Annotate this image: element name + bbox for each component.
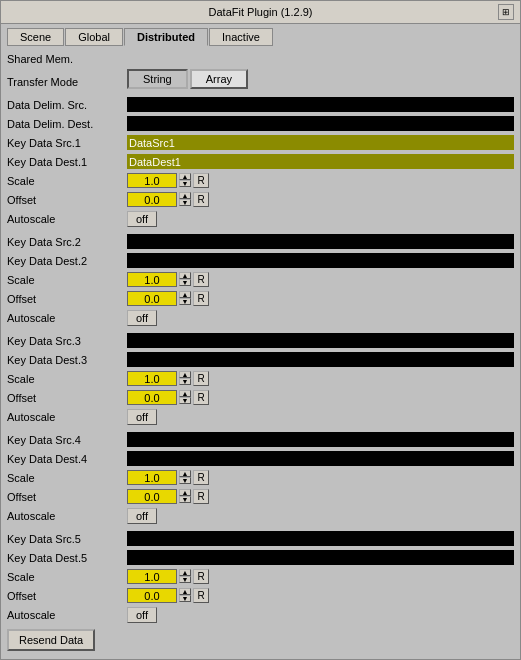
offset3-reset[interactable]: R (193, 390, 209, 405)
offset5-row: Offset ▲ ▼ R (7, 587, 514, 604)
scale4-input[interactable] (127, 470, 177, 485)
offset4-input[interactable] (127, 489, 177, 504)
offset2-up[interactable]: ▲ (179, 291, 191, 298)
transfer-mode-label: Transfer Mode (7, 76, 127, 88)
offset3-down[interactable]: ▼ (179, 397, 191, 404)
offset1-label: Offset (7, 194, 127, 206)
key-data-dest4-label: Key Data Dest.4 (7, 453, 127, 465)
autoscale3-button[interactable]: off (127, 409, 157, 425)
data-delim-dest-row: Data Delim. Dest. (7, 115, 514, 132)
key-data-dest1-input[interactable] (127, 154, 514, 169)
key-data-src5-row: Key Data Src.5 (7, 530, 514, 547)
scale2-down[interactable]: ▼ (179, 279, 191, 286)
scale3-label: Scale (7, 373, 127, 385)
scale2-reset[interactable]: R (193, 272, 209, 287)
offset2-down[interactable]: ▼ (179, 298, 191, 305)
key-data-dest3-row: Key Data Dest.3 (7, 351, 514, 368)
sub-tabs: String Array (127, 69, 248, 89)
scale5-spinner: ▲ ▼ (179, 569, 191, 584)
key-data-dest2-label: Key Data Dest.2 (7, 255, 127, 267)
offset1-up[interactable]: ▲ (179, 192, 191, 199)
data-delim-dest-input[interactable] (127, 116, 514, 131)
autoscale1-button[interactable]: off (127, 211, 157, 227)
shared-mem-row: Shared Mem. (7, 50, 514, 67)
offset4-row: Offset ▲ ▼ R (7, 488, 514, 505)
scale5-up[interactable]: ▲ (179, 569, 191, 576)
tab-inactive[interactable]: Inactive (209, 28, 273, 46)
autoscale5-row: Autoscale off (7, 606, 514, 623)
key-data-dest2-input[interactable] (127, 253, 514, 268)
offset3-row: Offset ▲ ▼ R (7, 389, 514, 406)
resend-row: Resend Data (7, 625, 514, 651)
scale5-input[interactable] (127, 569, 177, 584)
autoscale2-button[interactable]: off (127, 310, 157, 326)
offset5-reset[interactable]: R (193, 588, 209, 603)
offset2-reset[interactable]: R (193, 291, 209, 306)
scale4-label: Scale (7, 472, 127, 484)
key-data-dest3-input[interactable] (127, 352, 514, 367)
offset5-input[interactable] (127, 588, 177, 603)
scale4-reset[interactable]: R (193, 470, 209, 485)
key-data-src4-input[interactable] (127, 432, 514, 447)
key-data-src3-label: Key Data Src.3 (7, 335, 127, 347)
scale1-reset[interactable]: R (193, 173, 209, 188)
menu-icon[interactable]: ⊞ (498, 4, 514, 20)
key-data-src5-input[interactable] (127, 531, 514, 546)
tab-distributed[interactable]: Distributed (124, 28, 208, 46)
scale2-row: Scale ▲ ▼ R (7, 271, 514, 288)
scale4-down[interactable]: ▼ (179, 477, 191, 484)
autoscale5-button[interactable]: off (127, 607, 157, 623)
offset1-input[interactable] (127, 192, 177, 207)
scale4-row: Scale ▲ ▼ R (7, 469, 514, 486)
scale1-up[interactable]: ▲ (179, 173, 191, 180)
scale5-row: Scale ▲ ▼ R (7, 568, 514, 585)
offset4-reset[interactable]: R (193, 489, 209, 504)
key-data-dest3-label: Key Data Dest.3 (7, 354, 127, 366)
scale2-up[interactable]: ▲ (179, 272, 191, 279)
scale3-up[interactable]: ▲ (179, 371, 191, 378)
offset1-reset[interactable]: R (193, 192, 209, 207)
autoscale1-row: Autoscale off (7, 210, 514, 227)
offset5-down[interactable]: ▼ (179, 595, 191, 602)
key-data-src3-input[interactable] (127, 333, 514, 348)
offset3-spinner-group: ▲ ▼ R (127, 390, 209, 405)
offset2-label: Offset (7, 293, 127, 305)
offset1-down[interactable]: ▼ (179, 199, 191, 206)
key-data-dest2-row: Key Data Dest.2 (7, 252, 514, 269)
offset4-label: Offset (7, 491, 127, 503)
data-delim-src-input[interactable] (127, 97, 514, 112)
scale5-down[interactable]: ▼ (179, 576, 191, 583)
sub-tab-array[interactable]: Array (190, 69, 248, 89)
key-data-src1-input[interactable] (127, 135, 514, 150)
autoscale4-button[interactable]: off (127, 508, 157, 524)
scale2-spinner-group: ▲ ▼ R (127, 272, 209, 287)
scale4-up[interactable]: ▲ (179, 470, 191, 477)
resend-data-button[interactable]: Resend Data (7, 629, 95, 651)
offset4-up[interactable]: ▲ (179, 489, 191, 496)
key-data-dest1-label: Key Data Dest.1 (7, 156, 127, 168)
scale3-down[interactable]: ▼ (179, 378, 191, 385)
scale1-down[interactable]: ▼ (179, 180, 191, 187)
scale5-spinner-group: ▲ ▼ R (127, 569, 209, 584)
key-data-src2-input[interactable] (127, 234, 514, 249)
offset4-down[interactable]: ▼ (179, 496, 191, 503)
scale5-reset[interactable]: R (193, 569, 209, 584)
scale1-input[interactable] (127, 173, 177, 188)
offset2-input[interactable] (127, 291, 177, 306)
key-data-dest5-input[interactable] (127, 550, 514, 565)
scale2-input[interactable] (127, 272, 177, 287)
scale3-reset[interactable]: R (193, 371, 209, 386)
offset5-up[interactable]: ▲ (179, 588, 191, 595)
scale3-input[interactable] (127, 371, 177, 386)
autoscale4-row: Autoscale off (7, 507, 514, 524)
offset3-up[interactable]: ▲ (179, 390, 191, 397)
autoscale2-row: Autoscale off (7, 309, 514, 326)
tab-scene[interactable]: Scene (7, 28, 64, 46)
autoscale5-label: Autoscale (7, 609, 127, 621)
key-data-dest4-input[interactable] (127, 451, 514, 466)
scale2-spinner: ▲ ▼ (179, 272, 191, 287)
offset3-input[interactable] (127, 390, 177, 405)
sub-tab-string[interactable]: String (127, 69, 188, 89)
tab-global[interactable]: Global (65, 28, 123, 46)
scale1-row: Scale ▲ ▼ R (7, 172, 514, 189)
